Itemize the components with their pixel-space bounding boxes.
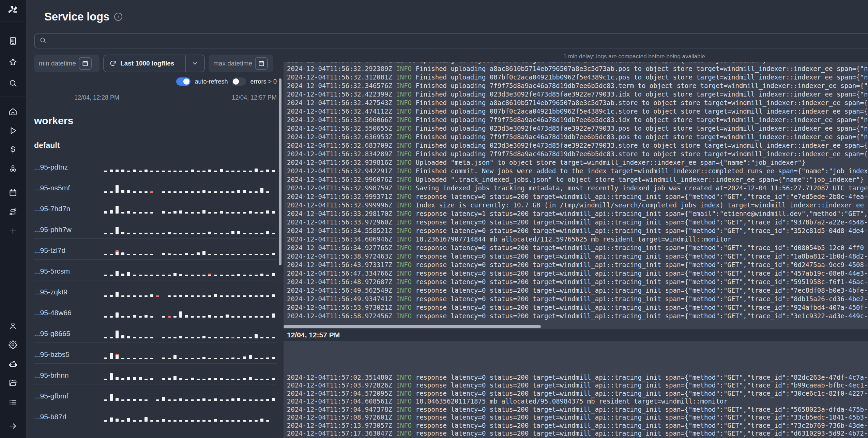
log-line: 2024-12-04T11:56:32.427543Z INFO Finishe…: [287, 99, 868, 107]
worker-row[interactable]: ...95-pdtnz: [34, 156, 277, 176]
log-line: 2024-12-04T11:56:38.972463Z INFO respons…: [287, 252, 868, 261]
activity-bar: [191, 170, 194, 172]
activity-bar: [121, 420, 124, 422]
worker-row[interactable]: ...95-48w66: [34, 301, 277, 322]
add-plus-icon[interactable]: [9, 227, 17, 235]
activity-bar: [220, 211, 223, 214]
workspace-building-icon[interactable]: [9, 36, 17, 45]
activity-bar: [173, 316, 177, 318]
activity-bar: [260, 337, 263, 338]
worker-row[interactable]: ...95-brhnn: [34, 364, 277, 384]
activity-bar: [110, 394, 113, 401]
activity-bar: [116, 250, 119, 255]
activity-bar: [191, 399, 194, 401]
activity-bar: [255, 358, 258, 359]
activity-bar: [121, 358, 124, 359]
activity-bar: [133, 315, 136, 318]
home-icon[interactable]: [9, 107, 17, 116]
log-delay-notice: 1 min delay: logs are compacted before b…: [284, 51, 868, 62]
activity-bar: [249, 355, 252, 359]
workers-robot-icon[interactable]: [9, 360, 17, 368]
worker-activity-sparkline: [104, 411, 275, 422]
chevron-down-icon[interactable]: [185, 55, 204, 72]
activity-bar: [144, 254, 148, 255]
favorites-star-icon[interactable]: [9, 58, 17, 67]
worker-row[interactable]: ...95-tzl7d: [34, 239, 277, 260]
activity-bar: [208, 420, 211, 422]
worker-row[interactable]: ...95-gfbmf: [34, 384, 277, 405]
activity-bar: [139, 420, 142, 422]
activity-bar: [162, 191, 165, 193]
worker-activity-sparkline: [104, 182, 275, 193]
activity-bar: [110, 275, 113, 276]
activity-bar: [231, 231, 234, 234]
worker-row[interactable]: ...95-ns5mf: [34, 176, 277, 197]
activity-bar: [237, 316, 240, 318]
runs-play-icon[interactable]: [9, 126, 17, 135]
max-datetime-field[interactable]: max datetime: [209, 55, 273, 72]
activity-bar: [231, 171, 234, 172]
activity-bar: [243, 212, 246, 214]
activity-bar: [121, 316, 124, 318]
activity-bar: [249, 399, 252, 401]
search-input[interactable]: [50, 37, 868, 45]
activity-bar: [202, 233, 205, 234]
activity-bar: [208, 232, 211, 234]
worker-row[interactable]: ...95-7hd7n: [34, 197, 277, 218]
activity-bar: [127, 295, 130, 297]
search-icon[interactable]: [9, 79, 17, 88]
activity-bar: [179, 274, 182, 276]
worker-activity-sparkline: [104, 370, 275, 380]
worker-row[interactable]: ...95-5rcsm: [34, 260, 277, 280]
activity-bar: [202, 336, 205, 338]
activity-bar: [162, 275, 165, 276]
min-datetime-field[interactable]: min datetime: [34, 55, 100, 72]
worker-row[interactable]: ...95-b87rl: [34, 405, 277, 426]
auto-refresh-toggle[interactable]: [176, 77, 191, 86]
info-icon[interactable]: i: [114, 13, 122, 21]
windmill-logo-icon[interactable]: [0, 5, 26, 21]
activity-bar: [255, 233, 258, 234]
schedules-calendar-icon[interactable]: [9, 188, 17, 197]
resources-cubes-icon[interactable]: [9, 164, 17, 173]
errors-toggle[interactable]: [232, 77, 246, 86]
expand-sidebar-arrow-icon[interactable]: [9, 422, 17, 430]
activity-bar: [214, 316, 217, 318]
worker-row[interactable]: ...95-bzbs5: [34, 343, 277, 364]
audit-list-icon[interactable]: [9, 398, 17, 407]
flows-route-icon[interactable]: [9, 207, 17, 216]
log-horizontal-scrollbar[interactable]: [284, 325, 541, 328]
worker-row[interactable]: ...95-g8665: [34, 322, 277, 343]
activity-bar: [191, 337, 194, 338]
worker-row[interactable]: ...95-phh7w: [34, 218, 277, 239]
log-line: 2024-12-04T11:56:32.939816Z INFO Uploade…: [287, 158, 868, 167]
activity-bar: [139, 191, 142, 193]
variables-dollar-icon[interactable]: [9, 145, 17, 154]
min-datetime-calendar-button[interactable]: [79, 57, 92, 70]
logfiles-dropdown[interactable]: Last 1000 logfiles: [103, 55, 205, 72]
activity-bar: [121, 378, 124, 380]
max-datetime-calendar-button[interactable]: [255, 57, 268, 70]
activity-bar: [173, 420, 177, 422]
settings-gear-icon[interactable]: [9, 340, 17, 349]
worker-row[interactable]: ...95-zqkt9: [34, 280, 277, 301]
activity-bar: [156, 275, 159, 276]
worker-activity-sparkline: [104, 245, 275, 255]
activity-bar: [231, 191, 234, 193]
activity-bar: [266, 210, 269, 214]
search-bar[interactable]: [34, 33, 868, 48]
activity-bar: [220, 191, 223, 193]
folders-icon[interactable]: [9, 379, 17, 388]
activity-bar: [179, 233, 182, 234]
top-section-scrollbar[interactable]: [279, 78, 281, 265]
activity-bar: [156, 420, 159, 422]
activity-bar: [272, 253, 275, 255]
activity-bar: [133, 295, 136, 297]
user-icon[interactable]: [9, 321, 17, 330]
activity-bar: [168, 337, 171, 338]
activity-bar: [179, 210, 182, 214]
activity-bar: [121, 170, 124, 172]
activity-bar: [237, 358, 240, 359]
activity-bar: [202, 295, 205, 297]
activity-bar: [144, 379, 148, 380]
